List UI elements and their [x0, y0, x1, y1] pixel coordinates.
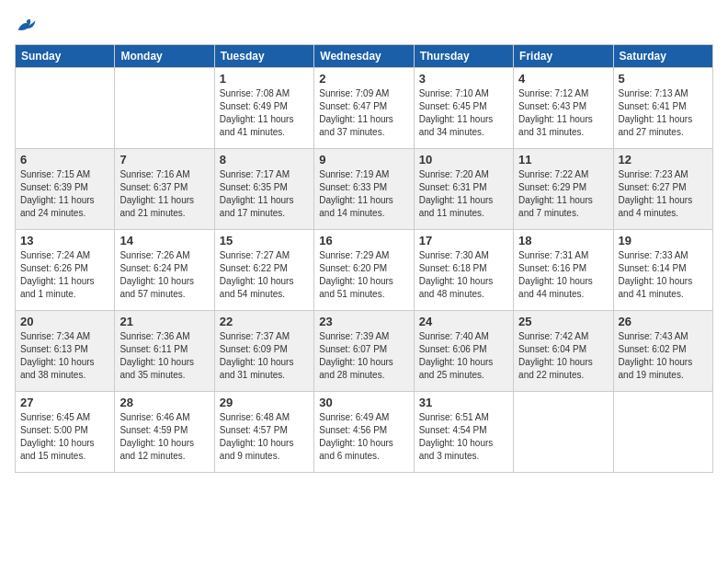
- calendar-cell: 29Sunrise: 6:48 AMSunset: 4:57 PMDayligh…: [214, 392, 313, 473]
- cell-info: Sunrise: 7:30 AMSunset: 6:18 PMDaylight:…: [419, 249, 508, 301]
- cell-info: Sunrise: 7:40 AMSunset: 6:06 PMDaylight:…: [419, 330, 508, 382]
- calendar-cell: 2Sunrise: 7:09 AMSunset: 6:47 PMDaylight…: [314, 68, 414, 149]
- calendar-cell: 14Sunrise: 7:26 AMSunset: 6:24 PMDayligh…: [115, 230, 214, 311]
- cell-info: Sunrise: 6:48 AMSunset: 4:57 PMDaylight:…: [220, 411, 309, 463]
- calendar-week-row: 20Sunrise: 7:34 AMSunset: 6:13 PMDayligh…: [16, 311, 713, 392]
- cell-info: Sunrise: 7:27 AMSunset: 6:22 PMDaylight:…: [220, 249, 309, 301]
- day-number: 1: [220, 72, 309, 86]
- calendar-cell: 1Sunrise: 7:08 AMSunset: 6:49 PMDaylight…: [214, 68, 313, 149]
- cell-info: Sunrise: 7:22 AMSunset: 6:29 PMDaylight:…: [518, 168, 608, 220]
- day-number: 6: [20, 153, 109, 167]
- calendar-cell: 11Sunrise: 7:22 AMSunset: 6:29 PMDayligh…: [514, 149, 613, 230]
- calendar-cell: 9Sunrise: 7:19 AMSunset: 6:33 PMDaylight…: [314, 149, 414, 230]
- calendar-cell: 26Sunrise: 7:43 AMSunset: 6:02 PMDayligh…: [613, 311, 712, 392]
- day-number: 3: [419, 72, 508, 86]
- day-number: 4: [518, 72, 608, 86]
- cell-info: Sunrise: 7:19 AMSunset: 6:33 PMDaylight:…: [319, 168, 408, 220]
- day-number: 16: [319, 234, 408, 247]
- day-number: 11: [518, 153, 608, 167]
- calendar-table: SundayMondayTuesdayWednesdayThursdayFrid…: [15, 44, 713, 473]
- calendar-cell: [514, 392, 613, 473]
- day-number: 30: [319, 396, 408, 409]
- day-header-sunday: Sunday: [16, 45, 115, 68]
- calendar-week-row: 1Sunrise: 7:08 AMSunset: 6:49 PMDaylight…: [16, 68, 713, 149]
- day-number: 25: [518, 315, 608, 328]
- day-number: 9: [319, 153, 408, 167]
- day-header-saturday: Saturday: [613, 45, 712, 68]
- day-number: 21: [119, 315, 209, 328]
- cell-info: Sunrise: 6:51 AMSunset: 4:54 PMDaylight:…: [419, 411, 508, 463]
- calendar-cell: 19Sunrise: 7:33 AMSunset: 6:14 PMDayligh…: [613, 230, 712, 311]
- calendar-cell: 28Sunrise: 6:46 AMSunset: 4:59 PMDayligh…: [115, 392, 214, 473]
- calendar-cell: [16, 68, 115, 149]
- calendar-week-row: 27Sunrise: 6:45 AMSunset: 5:00 PMDayligh…: [16, 392, 713, 473]
- cell-info: Sunrise: 7:33 AMSunset: 6:14 PMDaylight:…: [619, 249, 708, 301]
- day-header-tuesday: Tuesday: [214, 45, 313, 68]
- calendar-cell: [613, 392, 712, 473]
- calendar-cell: 16Sunrise: 7:29 AMSunset: 6:20 PMDayligh…: [314, 230, 414, 311]
- calendar-cell: 3Sunrise: 7:10 AMSunset: 6:45 PMDaylight…: [414, 68, 513, 149]
- calendar-cell: 25Sunrise: 7:42 AMSunset: 6:04 PMDayligh…: [514, 311, 613, 392]
- day-number: 5: [619, 72, 708, 86]
- cell-info: Sunrise: 7:23 AMSunset: 6:27 PMDaylight:…: [619, 168, 708, 220]
- day-number: 28: [119, 396, 209, 409]
- day-number: 2: [319, 72, 408, 86]
- day-number: 12: [619, 153, 708, 167]
- day-header-friday: Friday: [514, 45, 613, 68]
- page-header: [15, 15, 713, 35]
- calendar-cell: 15Sunrise: 7:27 AMSunset: 6:22 PMDayligh…: [214, 230, 313, 311]
- calendar-cell: 30Sunrise: 6:49 AMSunset: 4:56 PMDayligh…: [314, 392, 414, 473]
- cell-info: Sunrise: 7:10 AMSunset: 6:45 PMDaylight:…: [419, 87, 508, 139]
- calendar-cell: 22Sunrise: 7:37 AMSunset: 6:09 PMDayligh…: [214, 311, 313, 392]
- day-number: 15: [220, 234, 309, 247]
- cell-info: Sunrise: 6:49 AMSunset: 4:56 PMDaylight:…: [319, 411, 408, 463]
- day-number: 20: [20, 315, 109, 328]
- cell-info: Sunrise: 7:26 AMSunset: 6:24 PMDaylight:…: [119, 249, 209, 301]
- cell-info: Sunrise: 7:08 AMSunset: 6:49 PMDaylight:…: [220, 87, 309, 139]
- day-number: 13: [20, 234, 109, 247]
- cell-info: Sunrise: 7:16 AMSunset: 6:37 PMDaylight:…: [119, 168, 209, 220]
- day-number: 24: [419, 315, 508, 328]
- cell-info: Sunrise: 7:43 AMSunset: 6:02 PMDaylight:…: [619, 330, 708, 382]
- calendar-cell: 18Sunrise: 7:31 AMSunset: 6:16 PMDayligh…: [514, 230, 613, 311]
- calendar-cell: 7Sunrise: 7:16 AMSunset: 6:37 PMDaylight…: [115, 149, 214, 230]
- cell-info: Sunrise: 7:20 AMSunset: 6:31 PMDaylight:…: [419, 168, 508, 220]
- calendar-cell: 5Sunrise: 7:13 AMSunset: 6:41 PMDaylight…: [613, 68, 712, 149]
- calendar-week-row: 13Sunrise: 7:24 AMSunset: 6:26 PMDayligh…: [16, 230, 713, 311]
- day-number: 10: [419, 153, 508, 167]
- calendar-cell: 6Sunrise: 7:15 AMSunset: 6:39 PMDaylight…: [16, 149, 115, 230]
- cell-info: Sunrise: 6:45 AMSunset: 5:00 PMDaylight:…: [20, 411, 109, 463]
- calendar-cell: [115, 68, 214, 149]
- calendar-week-row: 6Sunrise: 7:15 AMSunset: 6:39 PMDaylight…: [16, 149, 713, 230]
- cell-info: Sunrise: 7:12 AMSunset: 6:43 PMDaylight:…: [518, 87, 608, 139]
- calendar-cell: 17Sunrise: 7:30 AMSunset: 6:18 PMDayligh…: [414, 230, 513, 311]
- cell-info: Sunrise: 7:31 AMSunset: 6:16 PMDaylight:…: [518, 249, 608, 301]
- day-number: 7: [119, 153, 209, 167]
- calendar-cell: 10Sunrise: 7:20 AMSunset: 6:31 PMDayligh…: [414, 149, 513, 230]
- day-number: 17: [419, 234, 508, 247]
- cell-info: Sunrise: 7:37 AMSunset: 6:09 PMDaylight:…: [220, 330, 309, 382]
- day-number: 18: [518, 234, 608, 247]
- day-header-monday: Monday: [115, 45, 214, 68]
- cell-info: Sunrise: 7:42 AMSunset: 6:04 PMDaylight:…: [518, 330, 608, 382]
- day-number: 23: [319, 315, 408, 328]
- calendar-cell: 13Sunrise: 7:24 AMSunset: 6:26 PMDayligh…: [16, 230, 115, 311]
- day-number: 22: [220, 315, 309, 328]
- cell-info: Sunrise: 7:13 AMSunset: 6:41 PMDaylight:…: [619, 87, 708, 139]
- calendar-cell: 21Sunrise: 7:36 AMSunset: 6:11 PMDayligh…: [115, 311, 214, 392]
- calendar-cell: 4Sunrise: 7:12 AMSunset: 6:43 PMDaylight…: [514, 68, 613, 149]
- cell-info: Sunrise: 7:09 AMSunset: 6:47 PMDaylight:…: [319, 87, 408, 139]
- day-number: 26: [619, 315, 708, 328]
- day-header-thursday: Thursday: [414, 45, 513, 68]
- cell-info: Sunrise: 7:24 AMSunset: 6:26 PMDaylight:…: [20, 249, 109, 301]
- calendar-cell: 8Sunrise: 7:17 AMSunset: 6:35 PMDaylight…: [214, 149, 313, 230]
- calendar-header-row: SundayMondayTuesdayWednesdayThursdayFrid…: [16, 45, 713, 68]
- calendar-cell: 23Sunrise: 7:39 AMSunset: 6:07 PMDayligh…: [314, 311, 414, 392]
- cell-info: Sunrise: 7:36 AMSunset: 6:11 PMDaylight:…: [119, 330, 209, 382]
- cell-info: Sunrise: 7:39 AMSunset: 6:07 PMDaylight:…: [319, 330, 408, 382]
- logo-bird-icon: [17, 15, 37, 35]
- day-number: 29: [220, 396, 309, 409]
- cell-info: Sunrise: 7:17 AMSunset: 6:35 PMDaylight:…: [220, 168, 309, 220]
- day-number: 31: [419, 396, 508, 409]
- day-number: 19: [619, 234, 708, 247]
